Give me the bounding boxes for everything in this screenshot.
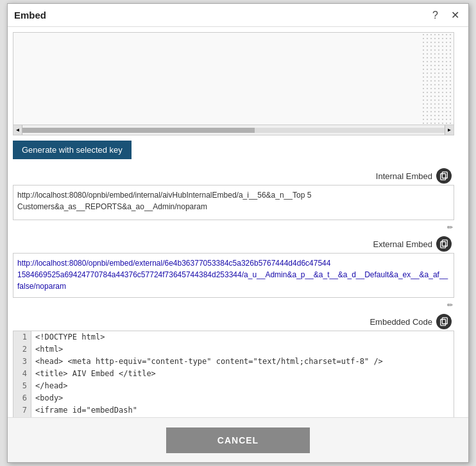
svg-rect-5 [442, 318, 447, 324]
external-embed-section: External Embed ✏ [13, 235, 454, 310]
header-icons: ? ✕ [430, 8, 462, 22]
table-row: 6<body> [13, 392, 454, 404]
line-number: 4 [13, 368, 31, 380]
modal-body: ◄ ► Generate with selected key Internal … [8, 27, 468, 417]
table-row: 3<head> <meta http-equiv="content-type" … [13, 356, 454, 368]
scroll-area[interactable]: ◄ ► Generate with selected key Internal … [8, 27, 468, 417]
embedded-code-copy-button[interactable] [436, 314, 452, 329]
line-number: 6 [13, 392, 31, 404]
internal-embed-section: Internal Embed ✏ [13, 167, 454, 232]
horizontal-scrollbar[interactable]: ◄ ► [13, 125, 454, 135]
table-row: 4<title> AIV Embed </title> [13, 368, 454, 380]
modal-footer: CANCEL [8, 417, 468, 462]
table-row: 1<!DOCTYPE html> [13, 331, 454, 343]
svg-rect-3 [442, 240, 447, 246]
line-number: 5 [13, 380, 31, 392]
line-content: <title> AIV Embed </title> [31, 368, 156, 380]
external-embed-label: External Embed [373, 239, 433, 249]
scroll-left-button[interactable]: ◄ [13, 125, 22, 135]
table-row: 7<iframe id="embedDash" [13, 404, 454, 417]
line-number: 7 [13, 404, 31, 417]
internal-embed-value[interactable] [13, 185, 454, 220]
line-number: 1 [13, 331, 31, 343]
line-content: <html> [31, 343, 63, 356]
line-content: <head> <meta http-equiv="content-type" c… [31, 356, 383, 368]
close-button[interactable]: ✕ [448, 8, 462, 22]
svg-rect-1 [442, 172, 447, 178]
line-content: src="http://localhost:8080/opnbi/embed/e… [31, 417, 392, 417]
scroll-track [22, 128, 445, 133]
table-row: 2<html> [13, 343, 454, 356]
line-number: 2 [13, 343, 31, 356]
line-content: </head> [31, 380, 68, 392]
external-embed-value[interactable] [13, 253, 454, 298]
help-button[interactable]: ? [430, 8, 441, 22]
embedded-code-label: Embedded Code [370, 317, 432, 327]
modal-title: Embed [14, 10, 46, 21]
code-lines: 1<!DOCTYPE html>2<html>3<head> <meta htt… [13, 331, 454, 417]
modal-header: Embed ? ✕ [8, 4, 468, 27]
generate-button[interactable]: Generate with selected key [13, 141, 132, 159]
cancel-button[interactable]: CANCEL [166, 427, 310, 453]
copy-icon [439, 171, 448, 180]
code-block: 1<!DOCTYPE html>2<html>3<head> <meta htt… [13, 331, 454, 417]
internal-embed-label: Internal Embed [376, 171, 432, 181]
line-content: <!DOCTYPE html> [31, 331, 105, 343]
external-embed-copy-button[interactable] [436, 236, 452, 252]
line-number: 3 [13, 356, 31, 368]
embedded-code-section: Embedded Code 1<!DOCTYPE html>2<html>3<h… [13, 313, 454, 417]
external-embed-label-row: External Embed [13, 235, 454, 253]
line-number: 8 [13, 417, 31, 417]
embed-modal: Embed ? ✕ ◄ ► Generate with selected key [7, 3, 469, 463]
scroll-right-button[interactable]: ► [445, 125, 454, 135]
scroll-thumb [22, 128, 255, 133]
svg-rect-0 [441, 174, 446, 180]
svg-rect-4 [441, 320, 446, 326]
svg-rect-2 [441, 242, 446, 248]
line-content: <body> [31, 392, 63, 404]
table-row: 8src="http://localhost:8080/opnbi/embed/… [13, 417, 454, 417]
top-content-area [13, 32, 454, 125]
table-row: 5</head> [13, 380, 454, 392]
internal-edit-icon: ✏ [13, 223, 454, 232]
generate-section: Generate with selected key [8, 135, 459, 164]
external-edit-icon: ✏ [13, 300, 454, 310]
embedded-code-label-row: Embedded Code [13, 313, 454, 331]
internal-embed-copy-button[interactable] [436, 168, 452, 184]
line-content: <iframe id="embedDash" [31, 404, 137, 417]
internal-embed-label-row: Internal Embed [13, 167, 454, 185]
copy-icon-code [439, 317, 448, 326]
copy-icon-ext [439, 239, 448, 248]
